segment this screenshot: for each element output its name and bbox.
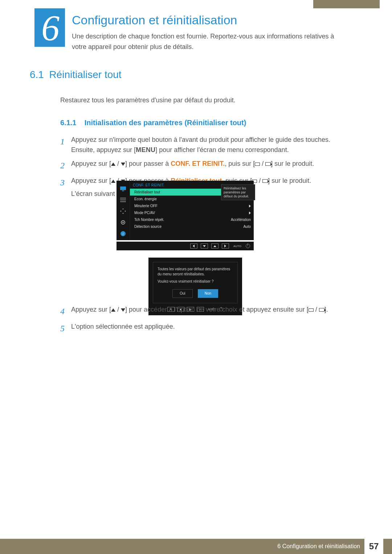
svg-rect-4 bbox=[120, 201, 126, 202]
chapter-description: Une description de chaque fonction est f… bbox=[72, 31, 340, 52]
monitor-icon bbox=[119, 185, 127, 192]
confirm-no-button: Non bbox=[198, 289, 218, 298]
step-5: 5 L'option sélectionnée est appliquée. bbox=[60, 322, 349, 335]
step-text: Appuyez sur [ / ] pour passer à CONF. ET… bbox=[71, 159, 349, 169]
chapter-title: Configuration et réinitialisation bbox=[72, 13, 237, 27]
osd-row-label: Minuterie OFF bbox=[134, 204, 158, 208]
osd-row-label: Détection source bbox=[134, 225, 162, 229]
subsection-title: 6.1.1 Initialisation des paramètres (Réi… bbox=[60, 119, 349, 127]
footer: 6 Configuration et réinitialisation 57 bbox=[0, 539, 392, 554]
enter-icon bbox=[262, 179, 268, 183]
section-description: Restaurez tous les paramètres d'usine pa… bbox=[60, 97, 349, 104]
nav-up-icon bbox=[211, 243, 219, 249]
osd-row-label: Mode PC/AV bbox=[134, 211, 155, 215]
down-arrow-icon bbox=[121, 163, 125, 166]
step-number: 3 bbox=[60, 176, 71, 189]
nav-down-icon bbox=[201, 243, 208, 249]
menu-key-label: MENU bbox=[136, 146, 155, 153]
confirm-button-row: Oui Non bbox=[158, 289, 233, 298]
osd-menu-screenshot: i CONF. ET REINIT. Réinitialiser tout Ec… bbox=[117, 181, 254, 250]
enter-icon bbox=[319, 308, 324, 312]
step-text: L'option sélectionnée est appliquée. bbox=[71, 322, 349, 332]
confirm-text-2: Voulez-vous vraiment réinitialiser ? bbox=[158, 279, 233, 284]
power-icon bbox=[246, 244, 250, 248]
step-text: Appuyez sur n'importe quel bouton à l'av… bbox=[71, 135, 349, 155]
step-1: 1 Appuyez sur n'importe quel bouton à l'… bbox=[60, 135, 349, 155]
section-title: Réinitialiser tout bbox=[49, 69, 121, 80]
footer-text: 6 Configuration et réinitialisation bbox=[277, 543, 360, 550]
right-arrow-icon bbox=[249, 212, 251, 214]
chapter-number-box: 6 bbox=[34, 8, 65, 47]
top-accent-band bbox=[313, 0, 380, 8]
gear-icon bbox=[119, 219, 127, 226]
up-arrow-icon bbox=[111, 180, 115, 183]
svg-rect-1 bbox=[122, 190, 124, 191]
enter-icon bbox=[265, 162, 271, 166]
osd-icon-column: i bbox=[117, 181, 130, 240]
osd-tooltip: Réinitialisez les paramètres par défaut … bbox=[221, 184, 255, 200]
svg-point-6 bbox=[122, 222, 124, 223]
svg-text:i: i bbox=[123, 232, 124, 236]
subsection-number: 6.1.1 bbox=[60, 119, 76, 127]
svg-rect-0 bbox=[120, 186, 126, 190]
osd-row-value: Auto bbox=[243, 225, 251, 229]
nav-auto-label: AUTO bbox=[232, 245, 242, 248]
osd-row-value: Accélération bbox=[231, 218, 251, 222]
osd-row: Tch Nombre répét. Accélération bbox=[130, 216, 254, 223]
up-arrow-icon bbox=[111, 308, 115, 312]
screen-icon bbox=[309, 308, 314, 312]
osd-row-label: Tch Nombre répét. bbox=[134, 218, 164, 222]
step-number: 1 bbox=[60, 135, 71, 148]
list-icon bbox=[119, 196, 127, 204]
osd-navbar: AUTO bbox=[117, 242, 254, 250]
osd-row-label: Réinitialiser tout bbox=[134, 190, 160, 194]
osd-row: Minuterie OFF bbox=[130, 202, 254, 209]
confirm-text-1: Toutes les valeurs par défaut des paramè… bbox=[158, 267, 233, 277]
section-number: 6.1 bbox=[30, 69, 44, 80]
confirm-yes-button: Oui bbox=[172, 289, 193, 298]
page-number: 57 bbox=[364, 539, 383, 554]
osd-row: Détection source Auto bbox=[130, 223, 254, 230]
move-icon bbox=[119, 208, 127, 215]
info-icon: i bbox=[119, 230, 127, 237]
step-2: 2 Appuyez sur [ / ] pour passer à CONF. … bbox=[60, 159, 349, 172]
chapter-number: 6 bbox=[41, 7, 58, 49]
osd-row-label: Econ. énergie bbox=[134, 197, 157, 201]
screen-icon bbox=[255, 163, 260, 166]
step-number: 2 bbox=[60, 159, 71, 172]
up-arrow-icon bbox=[111, 163, 115, 166]
osd-row: Mode PC/AV bbox=[130, 209, 254, 216]
step-text: Appuyez sur [ / ] pour accéder à l'optio… bbox=[71, 305, 349, 315]
subsection-title-text: Initialisation des paramètres (Réinitial… bbox=[85, 119, 246, 127]
step-number: 5 bbox=[60, 322, 71, 335]
highlight-conf-et-reinit: CONF. ET REINIT. bbox=[171, 160, 225, 167]
svg-rect-2 bbox=[120, 198, 126, 198]
nav-right-icon bbox=[222, 243, 229, 249]
right-arrow-icon bbox=[249, 205, 251, 208]
osd-menu: i CONF. ET REINIT. Réinitialiser tout Ec… bbox=[117, 181, 254, 240]
nav-left-icon bbox=[190, 243, 197, 249]
svg-rect-3 bbox=[120, 200, 126, 200]
step-4: 4 Appuyez sur [ / ] pour accéder à l'opt… bbox=[60, 305, 349, 318]
steps-lower: 4 Appuyez sur [ / ] pour accéder à l'opt… bbox=[60, 305, 349, 339]
osd-confirm-box: Toutes les valeurs par défaut des paramè… bbox=[153, 262, 238, 303]
step-number: 4 bbox=[60, 305, 71, 318]
down-arrow-icon bbox=[121, 308, 125, 312]
